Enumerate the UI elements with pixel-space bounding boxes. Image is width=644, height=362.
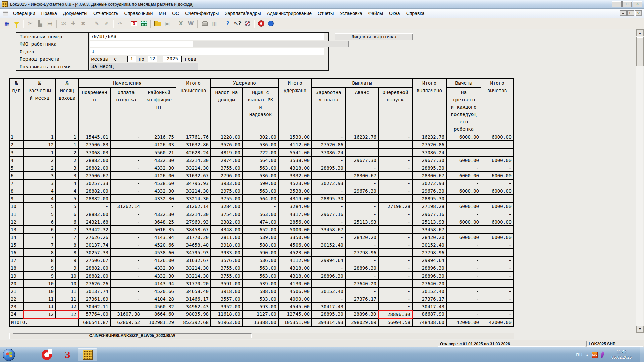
cell-rayonny_koeff[interactable]: 5016.35 — [142, 226, 176, 233]
cell-npp[interactable]: 19 — [9, 272, 23, 280]
cell-zarabotnaya_plata[interactable]: 33458.67 — [312, 226, 345, 233]
cell-rayonny_koeff[interactable]: 4126.00 — [142, 172, 176, 179]
cell-income_month[interactable]: 3 — [56, 172, 78, 179]
cell-zarabotnaya_plata[interactable]: - — [312, 295, 345, 303]
cell-itogo_vychetov[interactable]: - — [481, 148, 514, 156]
cell-vychet_na_rebenka[interactable]: - — [446, 249, 481, 256]
help-button[interactable]: ? — [223, 19, 232, 28]
calculator-button[interactable] — [139, 19, 148, 28]
cell-nalog_na_dohody[interactable]: 3755.00 — [211, 164, 243, 172]
cell-income_month[interactable]: 1 — [56, 141, 78, 148]
cell-npp[interactable]: 11 — [9, 210, 23, 218]
minimize-button[interactable]: _ — [612, 1, 622, 7]
cell-oplata_otpuska[interactable]: - — [110, 218, 142, 226]
cell-itogo_uderzhano[interactable]: 5000.00 — [278, 226, 312, 233]
cell-nalog_na_dohody[interactable]: 2382.00 — [211, 218, 243, 226]
cell-povremenno[interactable]: 30137.74 — [78, 241, 110, 249]
cell-itogo_vychetov[interactable]: - — [481, 310, 514, 318]
cell-vychet_na_rebenka[interactable]: - — [446, 164, 481, 172]
calendar-button[interactable]: 1 — [129, 19, 139, 28]
cell-vychet_na_rebenka[interactable]: - — [446, 303, 481, 310]
cell-vychet_na_rebenka[interactable]: 6000.00 — [446, 156, 481, 164]
cell-itogo_uderzhano[interactable]: 12745.00 — [278, 310, 312, 318]
cell-calc_month[interactable]: 12 — [23, 141, 56, 148]
cell-avans[interactable]: - — [345, 195, 378, 202]
cell-povremenno[interactable]: 24321.68 — [78, 218, 110, 226]
cell-itogo_vychetov[interactable]: - — [481, 256, 514, 264]
cell-oplata_otpuska[interactable]: - — [110, 233, 142, 241]
cell-oplata_otpuska[interactable]: - — [110, 226, 142, 233]
payments-mode-select[interactable]: За месяц — [90, 63, 198, 70]
cell-ocherednoy_otpusk[interactable]: - — [378, 210, 412, 218]
cell-ocherednoy_otpusk[interactable]: - — [378, 256, 412, 264]
cell-zarabotnaya_plata[interactable]: - — [312, 202, 345, 210]
cell-ndfl_rk[interactable]: 539.00 — [243, 280, 278, 287]
cell-povremenno[interactable]: 30402.11 — [78, 303, 110, 310]
cell-itogo_vychetov[interactable]: - — [481, 210, 514, 218]
start-button[interactable] — [3, 349, 15, 361]
menu-item-4[interactable]: Справочники — [121, 9, 156, 17]
cell-nalog_na_dohody[interactable]: 3755.00 — [211, 195, 243, 202]
cell-calc_month[interactable]: 11 — [23, 295, 56, 303]
open-file-button[interactable] — [153, 19, 162, 28]
cell-itogo_vyplacheno[interactable]: 37086.24 — [412, 148, 446, 156]
cell-ndfl_rk[interactable]: 536.00 — [243, 256, 278, 264]
cell-zarabotnaya_plata[interactable]: 27520.86 — [312, 141, 345, 148]
mdi-restore-button[interactable]: ❐ — [627, 10, 634, 16]
cell-ocherednoy_otpusk[interactable]: - — [378, 241, 412, 249]
cell-ocherednoy_otpusk[interactable]: - — [378, 295, 412, 303]
scroll-down-button[interactable]: ▼ — [636, 326, 644, 333]
cell-oplata_otpuska[interactable]: - — [110, 148, 142, 156]
cell-itogo_vychetov[interactable]: - — [481, 241, 514, 249]
cell-itogo_vychetov[interactable]: - — [481, 303, 514, 310]
cell-itogo_uderzhano[interactable]: 4317.00 — [278, 210, 312, 218]
cell-nalog_na_dohody[interactable]: 3755.00 — [211, 272, 243, 280]
cell-itogo_vyplacheno[interactable]: 30417.43 — [412, 303, 446, 310]
cell-ocherednoy_otpusk[interactable]: - — [378, 233, 412, 241]
cell-zarabotnaya_plata[interactable]: 28896.30 — [312, 272, 345, 280]
cell-itogo_uderzhano[interactable]: 4523.00 — [278, 179, 312, 187]
cell-nalog_na_dohody[interactable]: 3754.00 — [211, 210, 243, 218]
vertical-scrollbar[interactable]: ▲ ▼ — [636, 29, 643, 333]
cell-itogo_nachisleno[interactable]: 42628.24 — [176, 148, 211, 156]
cell-calc_month[interactable]: 11 — [23, 303, 56, 310]
internet-button[interactable] — [266, 19, 275, 28]
cell-zarabotnaya_plata[interactable]: 30152.40 — [312, 241, 345, 249]
cell-calc_month[interactable]: 6 — [23, 226, 56, 233]
cell-oplata_otpuska[interactable]: - — [110, 141, 142, 148]
cell-oplata_otpuska[interactable]: - — [110, 172, 142, 179]
menu-item-9[interactable]: Администрирование — [264, 9, 315, 17]
cell-itogo_uderzhano[interactable]: 4318.00 — [278, 264, 312, 272]
cell-itogo_uderzhano[interactable]: 4112.00 — [278, 141, 312, 148]
cell-ocherednoy_otpusk[interactable]: - — [378, 226, 412, 233]
cell-oplata_otpuska[interactable]: - — [110, 272, 142, 280]
cell-oplata_otpuska[interactable]: - — [110, 210, 142, 218]
cell-ndfl_rk[interactable]: 564.00 — [243, 195, 278, 202]
cell-calc_month[interactable]: 8 — [23, 249, 56, 256]
cell-oplata_otpuska[interactable]: - — [110, 164, 142, 172]
cell-itogo_nachisleno[interactable]: 31466.17 — [176, 295, 211, 303]
cell-itogo_vyplacheno[interactable]: 33458.67 — [412, 226, 446, 233]
cell-calc_month[interactable]: 2 — [23, 156, 56, 164]
show-desktop-button[interactable] — [640, 347, 644, 362]
cell-income_month[interactable]: 10 — [56, 280, 78, 287]
cell-itogo_vyplacheno[interactable]: 25113.93 — [412, 218, 446, 226]
cell-calc_month[interactable]: 10 — [23, 280, 56, 287]
cell-calc_month[interactable]: 3 — [23, 172, 56, 179]
cell-zarabotnaya_plata[interactable]: 28895.30 — [312, 195, 345, 202]
cell-income_month[interactable]: 3 — [56, 164, 78, 172]
cell-avans[interactable]: 28300.67 — [345, 172, 378, 179]
cell-itogo_vychetov[interactable]: - — [481, 295, 514, 303]
cell-ocherednoy_otpusk[interactable]: - — [378, 172, 412, 179]
period-to-input[interactable]: 12 — [148, 56, 157, 62]
cell-povremenno[interactable]: 28882.00 — [78, 272, 110, 280]
cell-povremenno[interactable]: 28882.00 — [78, 210, 110, 218]
cell-oplata_otpuska[interactable]: 31607.38 — [110, 310, 142, 318]
cell-zarabotnaya_plata[interactable]: - — [312, 280, 345, 287]
cell-itogo_nachisleno[interactable]: 34795.93 — [176, 249, 211, 256]
cell-ndfl_rk[interactable]: - — [243, 202, 278, 210]
cell-ndfl_rk[interactable]: 590.00 — [243, 179, 278, 187]
navigator-button[interactable] — [243, 19, 252, 28]
scroll-up-button[interactable]: ▲ — [636, 29, 644, 36]
cell-itogo_vychetov[interactable]: 6000.00 — [481, 172, 514, 179]
